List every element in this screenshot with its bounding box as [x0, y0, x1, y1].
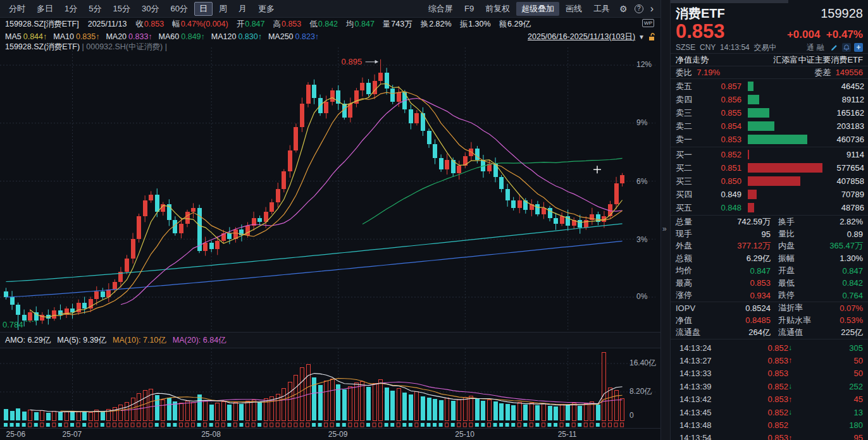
panel-expander[interactable]: » — [660, 0, 671, 440]
unlock-icon[interactable] — [648, 33, 655, 41]
tick-row[interactable]: 14:13:480.852180 — [671, 419, 868, 431]
stat-row: 外盘377.12万内盘365.47万 — [671, 240, 868, 252]
order-level-label: 买一 — [676, 149, 704, 161]
tick-row[interactable]: 14:13:450.852↓13 — [671, 406, 868, 419]
tool-button-画线[interactable]: 画线 — [561, 2, 587, 16]
ytick-9%: 9% — [636, 118, 647, 127]
tool-button-超级叠加[interactable]: 超级叠加 — [516, 2, 559, 16]
stat-label: 流通盘 — [676, 327, 705, 338]
order-level-label: 卖三 — [676, 107, 704, 119]
wp-badge-icon[interactable]: WP — [642, 19, 654, 27]
tool-button-前复权[interactable]: 前复权 — [480, 2, 515, 16]
tick-row[interactable]: 14:13:390.852↓252 — [671, 380, 868, 393]
tick-time: 14:13:27 — [679, 356, 738, 365]
quote-field-振: 振1.30% — [460, 19, 491, 30]
period-tab-更多[interactable]: 更多 — [253, 2, 280, 16]
order-volume: 165162 — [837, 108, 864, 118]
tick-row[interactable]: 14:13:270.853↑50 — [671, 354, 868, 367]
overlay-symbol-primary[interactable]: 159928.SZ(消费ETF) — [5, 42, 80, 51]
bid-row[interactable]: 买一0.8529114 — [671, 148, 868, 161]
nav-row[interactable]: 净值走势 汇添富中证主要消费ETF — [671, 53, 868, 66]
volume-chart[interactable] — [0, 348, 660, 428]
overlay-symbol-secondary[interactable]: 000932.SH(中证消费) — [86, 42, 163, 51]
stat-value: 0.764 — [819, 291, 863, 300]
ma-values: MA50.844↑MA100.835↑MA200.833↑MA600.849↑M… — [5, 32, 319, 41]
period-tab-60分[interactable]: 60分 — [165, 2, 192, 16]
arrow-down-icon: ↓ — [788, 382, 797, 391]
tick-price: 0.852 — [738, 343, 788, 353]
tick-row[interactable]: 14:13:540.853↑95 — [671, 432, 868, 440]
add-to-watchlist-icon[interactable]: + — [854, 43, 863, 52]
vol-ytick-8.20亿: 8.20亿 — [629, 386, 652, 397]
ask-row[interactable]: 卖四0.85689112 — [671, 93, 868, 106]
bid-row[interactable]: 买三0.850407858 — [671, 174, 868, 188]
date-range-label[interactable]: 2025/06/16-2025/11/13(103日) — [528, 32, 635, 42]
amo-item-MA20: MA(20): 6.84亿 — [173, 335, 226, 346]
stat-row: 净值0.8485升贴水率0.53% — [671, 314, 868, 326]
bid-row[interactable]: 买二0.851577654 — [671, 161, 868, 174]
ma-item-MA20: MA200.833↑ — [106, 32, 152, 41]
stats-section: 总量742.59万换手2.82%现手95量比0.89外盘377.12万内盘365… — [671, 215, 868, 302]
order-depth-bar — [748, 121, 774, 131]
order-price: 0.854 — [704, 121, 741, 131]
stat-label: 均价 — [676, 265, 705, 276]
ask-row[interactable]: 卖五0.85746452 — [671, 80, 868, 93]
quote-panel: 消费ETF 159928 0.853 +0.004 +0.47% SZSE CN… — [671, 0, 868, 440]
quote-field-均: 均0.847 — [346, 19, 375, 30]
order-depth-bar — [748, 203, 754, 212]
amo-item-AMO: AMO: 6.29亿 — [5, 335, 51, 346]
period-tab-30分[interactable]: 30分 — [137, 2, 164, 16]
order-price: 0.850 — [704, 176, 741, 186]
ask-row[interactable]: 卖二0.854203183 — [671, 119, 868, 133]
expander-icon[interactable]: » — [662, 224, 667, 233]
weibi-value: 7.19% — [697, 68, 720, 77]
period-tab-多日[interactable]: 多日 — [32, 2, 58, 16]
nav-label[interactable]: 净值走势 — [676, 54, 709, 66]
period-tab-5分[interactable]: 5分 — [84, 2, 106, 16]
quote-field-量: 量743万 — [383, 19, 412, 30]
ytick-6%: 6% — [636, 177, 647, 186]
tick-row[interactable]: 14:13:420.853↑45 — [671, 393, 868, 405]
tick-volume: 95 — [797, 433, 863, 440]
tick-price: 0.853 — [738, 394, 788, 404]
period-tab-分时[interactable]: 分时 — [4, 2, 30, 16]
bid-row[interactable]: 买四0.84970789 — [671, 188, 868, 201]
ask-row[interactable]: 卖一0.853460736 — [671, 133, 868, 146]
stat-value: 225亿 — [819, 327, 863, 338]
edit-icon[interactable] — [830, 43, 839, 52]
order-volume: 203183 — [837, 121, 864, 131]
tool-button-F9[interactable]: F9 — [459, 3, 479, 15]
tool-button-工具[interactable]: 工具 — [588, 2, 615, 16]
tick-row[interactable]: 14:13:240.852↓305 — [671, 341, 868, 354]
chevron-right-icon[interactable]: › — [647, 3, 657, 15]
period-tab-15分[interactable]: 15分 — [108, 2, 135, 16]
stat-value: 0.847 — [705, 266, 771, 276]
price-change: +0.004 +0.47% — [787, 28, 863, 41]
help-icon[interactable]: ? — [635, 4, 643, 13]
period-tab-1分[interactable]: 1分 — [59, 2, 82, 16]
tick-row[interactable]: 14:13:330.85350 — [671, 367, 868, 380]
tick-volume: 180 — [797, 420, 863, 430]
gear-icon[interactable]: ⚙ — [616, 4, 631, 14]
period-tab-日[interactable]: 日 — [194, 2, 213, 16]
tick-price: 0.853 — [738, 369, 788, 378]
stat-value: 264亿 — [705, 327, 771, 338]
tick-list[interactable]: 14:13:240.852↓30514:13:270.853↑5014:13:3… — [671, 339, 868, 440]
date-range-selector[interactable]: 2025/06/16-2025/11/13(103日) ▼ — [528, 32, 655, 42]
chevron-down-icon[interactable]: ▼ — [638, 34, 645, 40]
quote-fields: 收0.853幅0.47%(0.004)开0.847高0.853低0.842均0.… — [135, 19, 531, 30]
quote-summary-row: 159928.SZ[消费ETF] 2025/11/13 收0.853幅0.47%… — [0, 18, 660, 30]
tick-time: 14:13:48 — [679, 420, 738, 430]
period-tab-周[interactable]: 周 — [214, 2, 232, 16]
arrow-down-icon: ↓ — [788, 408, 797, 417]
svg-text:0.895: 0.895 — [342, 57, 363, 66]
period-tab-月[interactable]: 月 — [233, 2, 252, 16]
tool-button-综合屏[interactable]: 综合屏 — [423, 2, 458, 16]
alert-bell-icon[interactable] — [842, 43, 851, 52]
candlestick-chart[interactable]: 0.8950.784 — [0, 47, 660, 332]
ytick-3%: 3% — [636, 235, 647, 244]
ask-row[interactable]: 卖三0.855165162 — [671, 106, 868, 119]
order-depth-bar — [748, 108, 769, 118]
ma-item-MA10: MA100.835↑ — [53, 32, 99, 41]
bid-row[interactable]: 买五0.84848786 — [671, 201, 868, 214]
